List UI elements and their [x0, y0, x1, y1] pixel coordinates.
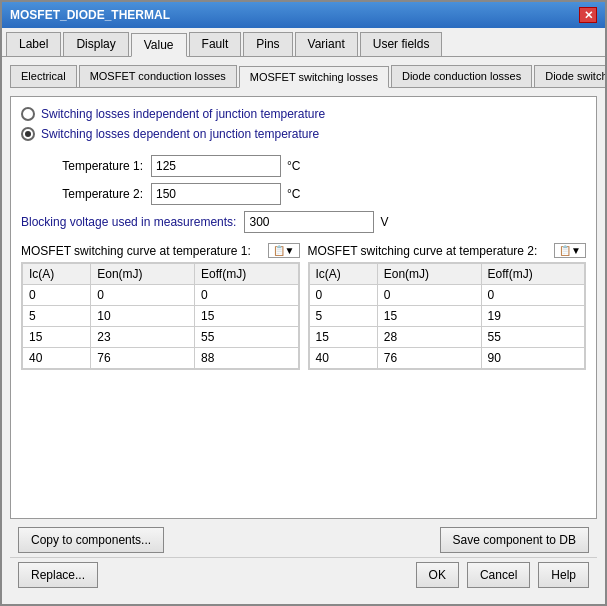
table-row[interactable]: 000 — [309, 285, 585, 306]
table1-icon-button[interactable]: 📋▼ — [268, 243, 300, 258]
temp2-unit: °C — [287, 187, 300, 201]
table-cell: 76 — [91, 348, 195, 369]
tab-user-fields[interactable]: User fields — [360, 32, 443, 56]
table-row[interactable]: 000 — [23, 285, 299, 306]
table-cell: 90 — [481, 348, 584, 369]
table-cell: 0 — [91, 285, 195, 306]
bottom-buttons: Copy to components... Save component to … — [10, 519, 597, 557]
sub-tab-mosfet-switching[interactable]: MOSFET switching losses — [239, 66, 389, 88]
table-row[interactable]: 407688 — [23, 348, 299, 369]
ok-button[interactable]: OK — [416, 562, 459, 588]
temp1-input[interactable] — [151, 155, 281, 177]
radio-row-1[interactable]: Switching losses independent of junction… — [21, 107, 586, 121]
title-bar: MOSFET_DIODE_THERMAL ✕ — [2, 2, 605, 28]
table-cell: 23 — [91, 327, 195, 348]
tab-panel: Switching losses independent of junction… — [10, 96, 597, 519]
sub-tab-diode-conduction[interactable]: Diode conduction losses — [391, 65, 532, 87]
tab-display[interactable]: Display — [63, 32, 128, 56]
radio-group: Switching losses independent of junction… — [21, 107, 586, 147]
table-cell: 15 — [309, 327, 377, 348]
table-row[interactable]: 152355 — [23, 327, 299, 348]
tab-value[interactable]: Value — [131, 33, 187, 57]
table-cell: 55 — [195, 327, 298, 348]
table2-wrapper: Ic(A) Eon(mJ) Eoff(mJ) 00051519152855407… — [308, 262, 587, 370]
table2: Ic(A) Eon(mJ) Eoff(mJ) 00051519152855407… — [309, 263, 586, 369]
replace-button[interactable]: Replace... — [18, 562, 98, 588]
table-cell: 40 — [309, 348, 377, 369]
tab-fault[interactable]: Fault — [189, 32, 242, 56]
table-cell: 5 — [309, 306, 377, 327]
table-row[interactable]: 407690 — [309, 348, 585, 369]
table-cell: 15 — [23, 327, 91, 348]
table1-section: MOSFET switching curve at temperature 1:… — [21, 243, 300, 508]
main-tab-bar: Label Display Value Fault Pins Variant U… — [2, 28, 605, 57]
radio-independent[interactable] — [21, 107, 35, 121]
table2-icon: 📋▼ — [559, 245, 581, 256]
sub-tab-bar: Electrical MOSFET conduction losses MOSF… — [10, 65, 605, 88]
cancel-button[interactable]: Cancel — [467, 562, 530, 588]
table1-title: MOSFET switching curve at temperature 1: — [21, 244, 251, 258]
tab-variant[interactable]: Variant — [295, 32, 358, 56]
window-title: MOSFET_DIODE_THERMAL — [10, 8, 170, 22]
table-cell: 15 — [195, 306, 298, 327]
footer-buttons: Replace... OK Cancel Help — [10, 557, 597, 596]
table1-wrapper: Ic(A) Eon(mJ) Eoff(mJ) 00051015152355407… — [21, 262, 300, 370]
table-cell: 5 — [23, 306, 91, 327]
table2-col-header-2: Eoff(mJ) — [481, 264, 584, 285]
sub-tab-diode-switching[interactable]: Diode switchi — [534, 65, 605, 87]
table1-header-row: MOSFET switching curve at temperature 1:… — [21, 243, 300, 258]
radio-row-2[interactable]: Switching losses dependent on junction t… — [21, 127, 586, 141]
temp2-input[interactable] — [151, 183, 281, 205]
table2-col-header-1: Eon(mJ) — [377, 264, 481, 285]
temp1-unit: °C — [287, 159, 300, 173]
tables-row: MOSFET switching curve at temperature 1:… — [21, 243, 586, 508]
table-cell: 15 — [377, 306, 481, 327]
temp2-row: Temperature 2: °C — [41, 183, 586, 205]
table2-section: MOSFET switching curve at temperature 2:… — [308, 243, 587, 508]
table-cell: 0 — [377, 285, 481, 306]
table-cell: 55 — [481, 327, 584, 348]
table-cell: 0 — [481, 285, 584, 306]
table1-col-header-0: Ic(A) — [23, 264, 91, 285]
tab-label[interactable]: Label — [6, 32, 61, 56]
radio-independent-label: Switching losses independent of junction… — [41, 107, 325, 121]
table-cell: 10 — [91, 306, 195, 327]
table-cell: 0 — [23, 285, 91, 306]
table-row[interactable]: 51519 — [309, 306, 585, 327]
help-button[interactable]: Help — [538, 562, 589, 588]
blocking-voltage-input[interactable] — [244, 211, 374, 233]
sub-tab-container: Electrical MOSFET conduction losses MOSF… — [10, 65, 597, 88]
table-cell: 19 — [481, 306, 584, 327]
table1-icon: 📋▼ — [273, 245, 295, 256]
sub-tab-mosfet-conduction[interactable]: MOSFET conduction losses — [79, 65, 237, 87]
main-window: MOSFET_DIODE_THERMAL ✕ Label Display Val… — [0, 0, 607, 606]
temp1-row: Temperature 1: °C — [41, 155, 586, 177]
table2-title: MOSFET switching curve at temperature 2: — [308, 244, 538, 258]
radio-dependent[interactable] — [21, 127, 35, 141]
table1-col-header-1: Eon(mJ) — [91, 264, 195, 285]
footer-right: OK Cancel Help — [416, 562, 589, 588]
blocking-voltage-label: Blocking voltage used in measurements: — [21, 215, 236, 229]
close-button[interactable]: ✕ — [579, 7, 597, 23]
table2-col-header-0: Ic(A) — [309, 264, 377, 285]
copy-to-components-button[interactable]: Copy to components... — [18, 527, 164, 553]
temp1-label: Temperature 1: — [41, 159, 151, 173]
table-cell: 0 — [195, 285, 298, 306]
table1: Ic(A) Eon(mJ) Eoff(mJ) 00051015152355407… — [22, 263, 299, 369]
table1-col-header-2: Eoff(mJ) — [195, 264, 298, 285]
table-cell: 88 — [195, 348, 298, 369]
table-cell: 40 — [23, 348, 91, 369]
table2-icon-button[interactable]: 📋▼ — [554, 243, 586, 258]
sub-tab-electrical[interactable]: Electrical — [10, 65, 77, 87]
table-cell: 0 — [309, 285, 377, 306]
radio-dependent-label: Switching losses dependent on junction t… — [41, 127, 319, 141]
temp2-label: Temperature 2: — [41, 187, 151, 201]
table-cell: 28 — [377, 327, 481, 348]
blocking-voltage-row: Blocking voltage used in measurements: V — [21, 211, 586, 233]
table-row[interactable]: 152855 — [309, 327, 585, 348]
table-row[interactable]: 51015 — [23, 306, 299, 327]
content-area: Electrical MOSFET conduction losses MOSF… — [2, 57, 605, 604]
tab-pins[interactable]: Pins — [243, 32, 292, 56]
save-component-button[interactable]: Save component to DB — [440, 527, 589, 553]
table2-header-row: MOSFET switching curve at temperature 2:… — [308, 243, 587, 258]
